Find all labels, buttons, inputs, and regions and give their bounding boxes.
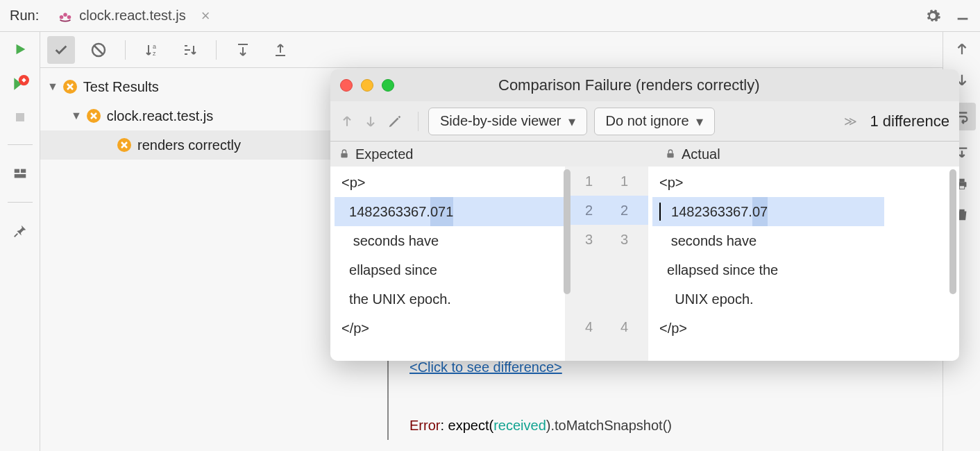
run-tab[interactable]: clock.react.test.js × — [57, 7, 210, 25]
collapse-icon[interactable] — [176, 36, 203, 64]
svg-rect-15 — [341, 153, 347, 158]
chevron-down-icon: ▾ — [568, 113, 575, 130]
expand-all-icon[interactable] — [229, 36, 257, 64]
fail-badge-icon — [117, 137, 132, 153]
svg-rect-19 — [959, 186, 964, 189]
minimize-icon[interactable] — [955, 8, 970, 24]
fail-badge-icon — [62, 79, 78, 94]
arrow-up-icon[interactable] — [954, 42, 970, 57]
svg-text:z: z — [153, 50, 156, 57]
see-difference-link[interactable]: <Click to see difference> — [409, 359, 562, 375]
actual-pane[interactable]: <p> 1482363367.07 seconds have ellapsed … — [648, 167, 884, 361]
svg-rect-3 — [958, 17, 968, 19]
diff-count: 1 difference — [870, 112, 949, 130]
gear-icon[interactable] — [924, 8, 941, 24]
svg-point-0 — [60, 15, 64, 19]
svg-text:a: a — [153, 43, 156, 50]
lock-icon — [665, 148, 676, 160]
layout-icon[interactable] — [12, 166, 28, 181]
collapse-all-icon[interactable] — [267, 36, 294, 64]
diff-body: <p> 1482363367.071 seconds have ellapsed… — [330, 167, 959, 361]
dialog-titlebar: Comparison Failure (renders correctly) — [330, 69, 959, 101]
lock-icon — [339, 148, 350, 160]
test-toolbar: az — [40, 32, 943, 68]
fail-badge-icon — [86, 108, 101, 124]
window-minimize-icon[interactable] — [361, 79, 373, 92]
tab-file-label: clock.react.test.js — [79, 8, 185, 24]
next-diff-icon[interactable] — [364, 114, 378, 128]
more-icon[interactable]: ≫ — [844, 114, 857, 129]
svg-point-2 — [67, 15, 71, 19]
dialog-toolbar: Side-by-side viewer ▾ Do not ignore ▾ ≫ … — [330, 101, 959, 142]
pin-icon[interactable] — [12, 223, 28, 239]
tree-root-label: Test Results — [83, 79, 159, 95]
run-icon[interactable] — [12, 42, 28, 57]
show-passed-toggle[interactable] — [47, 36, 75, 64]
viewer-mode-select[interactable]: Side-by-side viewer ▾ — [428, 108, 587, 135]
window-zoom-icon[interactable] — [382, 79, 394, 92]
svg-rect-16 — [667, 153, 673, 158]
svg-rect-7 — [20, 169, 25, 173]
expected-pane[interactable]: <p> 1482363367.071 seconds have ellapsed… — [330, 167, 565, 361]
svg-rect-8 — [14, 174, 26, 178]
edit-icon[interactable] — [387, 114, 403, 129]
dialog-title: Comparison Failure (renders correctly) — [405, 76, 949, 94]
show-ignored-toggle[interactable] — [85, 36, 112, 64]
actual-label: Actual — [682, 146, 720, 162]
header: Run: clock.react.test.js × — [0, 0, 980, 32]
window-close-icon[interactable] — [340, 79, 353, 92]
prev-diff-icon[interactable] — [340, 114, 354, 128]
close-tab-icon[interactable]: × — [201, 7, 210, 25]
comparison-dialog: Comparison Failure (renders correctly) S… — [330, 69, 959, 361]
svg-rect-5 — [16, 113, 24, 121]
run-label: Run: — [10, 8, 39, 24]
jest-icon — [57, 8, 74, 24]
line-gutter: 11 22 33 44 — [565, 167, 648, 361]
stop-icon[interactable] — [14, 111, 26, 124]
error-keyword: Error — [409, 418, 440, 433]
svg-rect-18 — [959, 179, 964, 182]
ignore-mode-select[interactable]: Do not ignore ▾ — [594, 108, 715, 135]
svg-rect-6 — [14, 169, 19, 173]
svg-point-1 — [64, 12, 68, 17]
expected-label: Expected — [355, 146, 413, 162]
left-gutter — [0, 32, 40, 451]
chevron-down-icon: ▾ — [696, 113, 703, 130]
run-fail-icon[interactable] — [11, 75, 29, 93]
tree-test-label: renders correctly — [137, 137, 241, 153]
sort-icon[interactable]: az — [138, 36, 166, 64]
tree-file-label: clock.react.test.js — [107, 108, 213, 124]
